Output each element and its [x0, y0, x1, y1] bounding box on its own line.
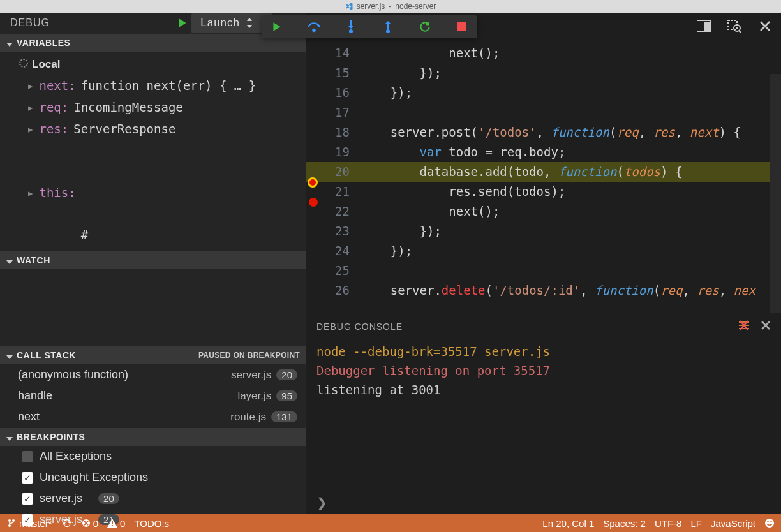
debug-toolbar[interactable]	[262, 15, 477, 38]
callstack-status: PAUSED ON BREAKPOINT	[198, 351, 300, 360]
caret-icon: ▸	[27, 100, 34, 114]
breakpoint-label: All Exceptions	[40, 450, 112, 463]
line-number: 20	[323, 162, 361, 182]
variable-row[interactable]: ▸ this: #	[8, 140, 306, 246]
window-titlebar: server.js - node-server	[0, 0, 781, 13]
encoding-status[interactable]: UTF-8	[655, 518, 682, 529]
code-text: next();	[361, 43, 500, 63]
console-line: node --debug-brk=35517 server.js	[316, 342, 771, 361]
sidebar-title: DEBUG	[10, 17, 50, 29]
code-line[interactable]: 19 var todo = req.body;	[306, 142, 781, 162]
code-text: });	[361, 83, 412, 103]
line-number: 15	[323, 63, 361, 83]
close-editor-icon[interactable]	[757, 18, 773, 34]
code-line[interactable]: 18 server.post('/todos', function(req, r…	[306, 122, 781, 142]
breakpoints-header[interactable]: BREAKPOINTS	[0, 428, 306, 446]
variable-row[interactable]: ▸ req: IncomingMessage	[8, 96, 306, 118]
split-editor-icon[interactable]	[695, 18, 712, 34]
callstack-frame[interactable]: nextroute.js131	[0, 406, 306, 427]
minimap[interactable]	[770, 74, 781, 313]
code-line[interactable]: 24 });	[306, 241, 781, 261]
open-preview-icon[interactable]	[726, 18, 743, 34]
lang-label: JavaScript	[711, 518, 755, 529]
checkbox-checked-icon[interactable]: ✓	[22, 472, 33, 484]
code-line[interactable]: 17	[306, 103, 781, 122]
code-line[interactable]: 20 database.add(todo, function(todos) {	[306, 162, 781, 182]
code-line[interactable]: 14 next();	[306, 43, 781, 63]
line-number: 19	[323, 142, 361, 162]
line-number: 21	[323, 182, 361, 202]
watch-section: WATCH	[0, 251, 306, 346]
cursor-position-status[interactable]: Ln 20, Col 1	[542, 518, 594, 529]
callstack-frame[interactable]: (anonymous function)server.js20	[0, 364, 306, 385]
variable-value: IncomingMessage	[73, 100, 183, 114]
callstack-frame[interactable]: handlelayer.js95	[0, 385, 306, 406]
feedback-icon[interactable]	[764, 518, 775, 528]
warnings-status[interactable]: 0	[107, 518, 125, 529]
variables-title: VARIABLES	[17, 38, 70, 48]
callstack-header[interactable]: CALL STACK PAUSED ON BREAKPOINT	[0, 346, 306, 364]
spaces-label: Spaces: 2	[603, 518, 646, 529]
frame-function: (anonymous function)	[18, 368, 128, 381]
code-line[interactable]: 26 server.delete('/todos/:id', function(…	[306, 281, 781, 300]
code-line[interactable]: 25	[306, 261, 781, 281]
todo-status[interactable]: TODO:s	[134, 518, 169, 529]
close-panel-icon[interactable]	[761, 320, 771, 332]
code-line[interactable]: 15 });	[306, 63, 781, 83]
code-text: });	[361, 221, 442, 241]
scope-label: Local	[32, 58, 60, 70]
line-number: 22	[323, 202, 361, 221]
variable-value: #	[81, 144, 279, 242]
breakpoint-row[interactable]: ✓Uncaught Exceptions	[0, 467, 306, 488]
debug-console-input[interactable]: ❯	[306, 491, 781, 514]
vscode-icon	[345, 3, 353, 10]
eol-status[interactable]: LF	[690, 518, 702, 529]
step-into-button[interactable]	[343, 19, 359, 34]
svg-rect-10	[112, 525, 113, 526]
variable-name: res:	[39, 122, 68, 136]
checkbox-checked-icon[interactable]: ✓	[22, 493, 33, 505]
breakpoints-title: BREAKPOINTS	[17, 432, 85, 442]
step-over-button[interactable]	[306, 19, 322, 34]
line-number: 26	[323, 281, 361, 300]
continue-button[interactable]	[269, 19, 285, 34]
code-line[interactable]: 22 next();	[306, 202, 781, 221]
loading-spinner-icon	[19, 59, 28, 68]
step-out-button[interactable]	[380, 19, 396, 34]
language-status[interactable]: JavaScript	[711, 518, 755, 529]
breakpoint-row[interactable]: All Exceptions	[0, 446, 306, 467]
breakpoint-icon[interactable]	[309, 198, 318, 207]
encoding-label: UTF-8	[655, 518, 682, 529]
breakpoints-section: BREAKPOINTS All Exceptions✓Uncaught Exce…	[0, 427, 306, 530]
watch-header[interactable]: WATCH	[0, 251, 306, 269]
start-debug-icon[interactable]	[174, 14, 191, 32]
indentation-status[interactable]: Spaces: 2	[603, 518, 646, 529]
variables-header[interactable]: VARIABLES	[0, 34, 306, 52]
variable-row[interactable]: ▸ next: function next(err) { … }	[8, 75, 306, 96]
code-editor[interactable]: 14 next();15 });16 });1718 server.post('…	[306, 43, 781, 313]
git-sync-status[interactable]	[61, 519, 73, 528]
branch-name: master*	[19, 518, 52, 529]
stop-button[interactable]	[454, 19, 470, 34]
frame-file: server.js	[231, 369, 271, 381]
clear-console-icon[interactable]	[738, 320, 750, 333]
code-line[interactable]: 21 res.send(todos);	[306, 182, 781, 202]
checkbox-unchecked-icon[interactable]	[22, 451, 33, 462]
variable-row[interactable]: ▸ res: ServerResponse	[8, 118, 306, 140]
console-line: listening at 3001	[316, 380, 771, 399]
launch-config-dropdown[interactable]: Launch	[191, 13, 272, 33]
breakpoint-row[interactable]: ✓server.js 20	[0, 488, 306, 509]
variables-scope-local[interactable]: Local	[8, 54, 306, 75]
svg-point-2	[386, 29, 390, 33]
code-line[interactable]: 16 });	[306, 83, 781, 103]
code-line[interactable]: 23 });	[306, 221, 781, 241]
svg-point-11	[765, 519, 774, 528]
svg-point-0	[312, 29, 316, 33]
code-text: });	[361, 63, 442, 83]
todo-label: TODO:s	[134, 518, 169, 529]
current-breakpoint-icon[interactable]	[308, 177, 318, 188]
errors-status[interactable]: 0	[82, 518, 98, 529]
restart-button[interactable]	[417, 19, 433, 34]
breakpoint-label: server.js	[40, 492, 82, 505]
git-branch-status[interactable]: master*	[6, 518, 52, 529]
